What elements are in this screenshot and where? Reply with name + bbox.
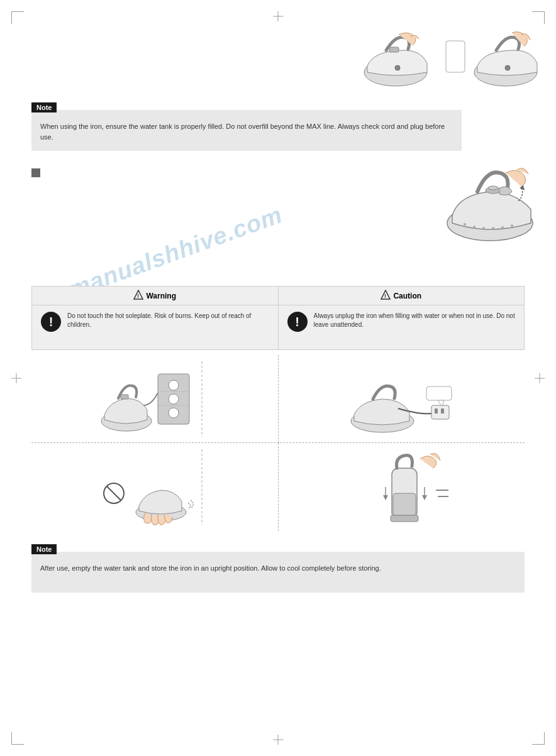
caution-exclamation-icon: ! xyxy=(287,312,308,332)
crop-mark-bl xyxy=(11,732,24,745)
top-illustration xyxy=(355,25,556,88)
crosshair-right xyxy=(535,378,545,378)
svg-rect-31 xyxy=(435,408,438,414)
warning-label: Warning xyxy=(146,292,176,300)
warning-caution-box: ! Warning ! Caution ! Do not touch the h… xyxy=(31,286,525,350)
svg-point-10 xyxy=(464,223,466,226)
warn-caution-header: ! Warning ! Caution xyxy=(32,287,524,305)
bottom-note-text: After use, empty the water tank and stor… xyxy=(40,561,516,574)
bottom-note-box: Note After use, empty the water tank and… xyxy=(31,552,525,593)
svg-rect-32 xyxy=(441,408,444,414)
warning-text: Do not touch the hot soleplate. Risk of … xyxy=(67,312,269,329)
note-box-top: Note When using the iron, ensure the wat… xyxy=(31,110,462,151)
svg-rect-33 xyxy=(426,386,452,400)
svg-point-11 xyxy=(473,226,475,228)
svg-text:!: ! xyxy=(384,293,386,299)
crop-mark-tr xyxy=(532,11,545,24)
warn-body: ! Do not touch the hot soleplate. Risk o… xyxy=(32,305,524,349)
caution-label: Caution xyxy=(393,292,421,300)
bottom-note-header: Note xyxy=(31,544,57,554)
svg-rect-3 xyxy=(446,41,465,72)
side-iron-illustration xyxy=(443,160,543,248)
caution-triangle-icon: ! xyxy=(381,290,391,302)
panel-row-bottom xyxy=(31,443,525,531)
svg-rect-1 xyxy=(389,47,399,52)
svg-point-25 xyxy=(169,408,179,418)
panel-row-top xyxy=(31,355,525,443)
svg-point-5 xyxy=(505,65,510,70)
crop-mark-tl xyxy=(11,11,24,24)
svg-point-23 xyxy=(169,380,179,390)
crosshair-top xyxy=(278,11,279,21)
panel-top-left xyxy=(31,355,279,442)
svg-point-15 xyxy=(511,224,513,227)
warning-exclamation-icon: ! xyxy=(41,312,61,332)
note-box-top-header: Note xyxy=(31,102,57,112)
svg-marker-43 xyxy=(383,495,388,500)
caution-text: Always unplug the iron when filling with… xyxy=(314,312,516,329)
crop-mark-br xyxy=(532,732,545,745)
crosshair-bottom xyxy=(278,735,279,745)
svg-point-14 xyxy=(501,226,504,229)
panel-top-right xyxy=(279,355,525,442)
svg-point-2 xyxy=(395,65,400,70)
svg-rect-40 xyxy=(393,493,416,515)
svg-point-8 xyxy=(488,186,498,190)
note-box-top-text: When using the iron, ensure the water ta… xyxy=(40,119,453,142)
svg-rect-30 xyxy=(431,405,449,419)
four-panel-grid xyxy=(31,355,525,537)
caution-header: ! Caution xyxy=(279,287,525,305)
svg-text:!: ! xyxy=(137,293,139,299)
svg-point-24 xyxy=(169,394,179,404)
warning-header: ! Warning xyxy=(32,287,279,305)
svg-point-13 xyxy=(492,227,494,229)
svg-marker-45 xyxy=(422,495,427,500)
crosshair-left xyxy=(11,378,21,378)
svg-line-36 xyxy=(107,486,121,500)
warning-triangle-icon: ! xyxy=(133,290,143,302)
caution-body-right: ! Always unplug the iron when filling wi… xyxy=(279,305,525,349)
panel-bottom-left xyxy=(31,443,279,531)
svg-rect-41 xyxy=(391,515,418,522)
section-bullet xyxy=(31,168,40,177)
svg-point-12 xyxy=(482,227,485,229)
warning-body-left: ! Do not touch the hot soleplate. Risk o… xyxy=(32,305,279,349)
svg-rect-21 xyxy=(121,395,128,399)
panel-bottom-right xyxy=(279,443,525,531)
